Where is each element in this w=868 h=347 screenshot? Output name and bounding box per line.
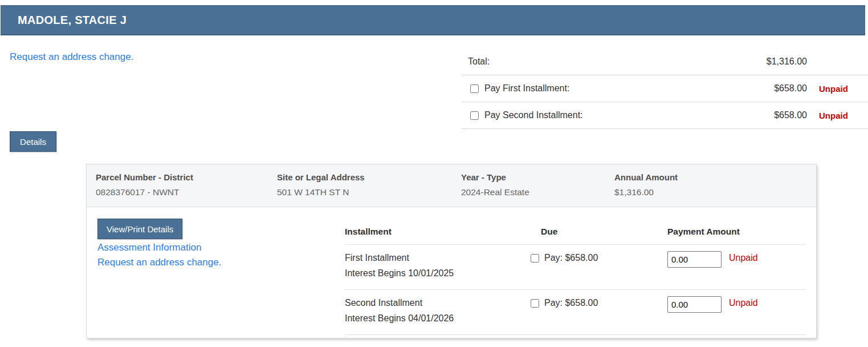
table-row-first-installment: First Installment Interest Begins 10/01/… — [345, 245, 805, 290]
installment-name-cell: First Installment Interest Begins 10/01/… — [345, 253, 541, 279]
parcel-number-label: Parcel Number - District — [96, 172, 277, 182]
first-installment-amount: $658.00 — [774, 83, 807, 94]
status-badge: Unpaid — [729, 253, 758, 263]
installment-pay-checkbox[interactable] — [531, 299, 539, 308]
payment-amount-cell: Unpaid — [667, 298, 805, 324]
assessment-information-link[interactable]: Assessment Information — [97, 242, 201, 253]
first-installment-label: Pay First Installment: — [484, 83, 774, 94]
due-cell: Pay: $658.00 — [531, 298, 667, 324]
installment-pay-checkbox[interactable] — [531, 254, 539, 263]
details-panel-body: View/Print Details Assessment Informatio… — [87, 207, 816, 338]
installment-table-header: Installment Due Payment Amount — [345, 207, 805, 245]
year-type-label: Year - Type — [461, 172, 614, 182]
site-address-label: Site or Legal Address — [277, 172, 461, 182]
summary-row-first-installment: Pay First Installment: $658.00 Unpaid — [462, 75, 868, 102]
annual-amount-value: $1,316.00 — [614, 187, 816, 197]
summary-total-row: Total: $1,316.00 — [462, 49, 868, 75]
installment-name-cell: Second Installment Interest Begins 04/01… — [345, 298, 541, 324]
total-label: Total: — [468, 57, 767, 67]
pay-first-installment-checkbox[interactable] — [470, 84, 479, 93]
page: MADOLE, STACIE J Request an address chan… — [0, 0, 868, 347]
details-panel: Parcel Number - District 0828376017 - NW… — [86, 164, 817, 338]
installment-name: Second Installment — [345, 298, 541, 308]
pay-amount-label: Pay: $658.00 — [544, 298, 598, 308]
due-cell: Pay: $658.00 — [531, 253, 667, 279]
site-address-value: 501 W 14TH ST N — [277, 187, 461, 197]
details-button[interactable]: Details — [10, 131, 56, 152]
due-column-header: Due — [541, 227, 667, 237]
installment-table: Installment Due Payment Amount First Ins… — [345, 207, 805, 335]
year-type-column: Year - Type 2024-Real Estate — [461, 172, 614, 207]
total-amount: $1,316.00 — [767, 57, 807, 67]
interest-begins-text: Interest Begins 04/01/2026 — [345, 313, 541, 324]
installment-column-header: Installment — [345, 227, 541, 237]
interest-begins-text: Interest Begins 10/01/2025 — [345, 268, 541, 279]
second-installment-label: Pay Second Installment: — [484, 110, 774, 120]
parcel-info-header: Parcel Number - District 0828376017 - NW… — [87, 164, 816, 207]
payment-amount-column-header: Payment Amount — [667, 227, 805, 237]
first-installment-status-badge: Unpaid — [807, 84, 868, 94]
view-print-details-button[interactable]: View/Print Details — [97, 219, 182, 239]
request-address-change-detail-link[interactable]: Request an address change. — [97, 257, 221, 268]
request-address-change-link[interactable]: Request an address change. — [10, 51, 133, 63]
parcel-number-column: Parcel Number - District 0828376017 - NW… — [96, 172, 277, 207]
table-row-second-installment: Second Installment Interest Begins 04/01… — [345, 290, 805, 335]
payment-amount-input[interactable] — [667, 251, 722, 268]
pay-amount-label: Pay: $658.00 — [544, 253, 598, 263]
parcel-number-value: 0828376017 - NWNT — [96, 187, 277, 197]
second-installment-status-badge: Unpaid — [807, 111, 868, 120]
installment-name: First Installment — [345, 253, 541, 263]
annual-amount-label: Annual Amount — [614, 172, 816, 182]
taxpayer-header-bar: MADOLE, STACIE J — [1, 5, 865, 35]
payment-amount-input[interactable] — [667, 296, 722, 313]
payment-amount-cell: Unpaid — [667, 253, 805, 279]
second-installment-amount: $658.00 — [774, 110, 807, 120]
year-type-value: 2024-Real Estate — [461, 187, 614, 197]
annual-amount-column: Annual Amount $1,316.00 — [614, 172, 816, 207]
taxpayer-name: MADOLE, STACIE J — [18, 14, 127, 27]
pay-second-installment-checkbox[interactable] — [470, 111, 479, 120]
payment-summary-table: Total: $1,316.00 Pay First Installment: … — [462, 49, 868, 129]
summary-row-second-installment: Pay Second Installment: $658.00 Unpaid — [462, 102, 868, 129]
status-badge: Unpaid — [729, 298, 758, 308]
site-address-column: Site or Legal Address 501 W 14TH ST N — [277, 172, 461, 207]
